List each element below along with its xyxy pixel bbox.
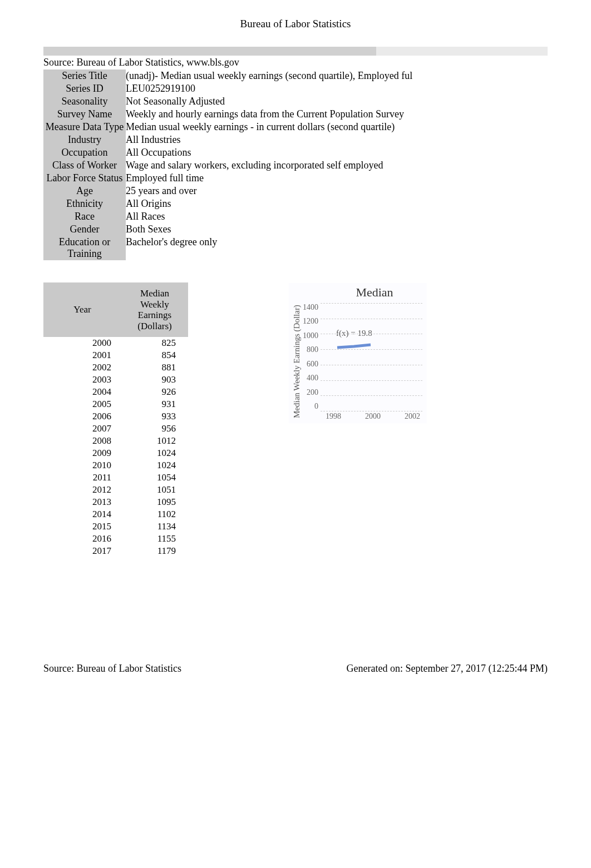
meta-label: Survey Name [43, 108, 126, 121]
data-table: Year MedianWeeklyEarnings(Dollars) 20008… [43, 282, 188, 557]
metadata-table: Series Title(unadj)- Median usual weekly… [43, 70, 412, 260]
meta-value: All Occupations [126, 146, 412, 159]
meta-value: Median usual weekly earnings - in curren… [126, 121, 412, 133]
chart-ytick: 800 [303, 345, 318, 354]
cell-year: 2007 [43, 423, 121, 435]
cell-year: 2014 [43, 508, 121, 520]
chart-ytick: 600 [303, 360, 318, 369]
cell-value: 1095 [121, 496, 188, 508]
meta-label: Occupation [43, 146, 126, 159]
cell-year: 2010 [43, 459, 121, 472]
meta-value: Weekly and hourly earnings data from the… [126, 108, 412, 121]
cell-year: 2000 [43, 337, 121, 349]
footer-source: Source: Bureau of Labor Statistics [43, 663, 181, 674]
cell-value: 825 [121, 337, 188, 349]
chart-gridline [321, 395, 422, 396]
cell-value: 1024 [121, 459, 188, 472]
cell-value: 1134 [121, 520, 188, 533]
source-line: Source: Bureau of Labor Statistics, www.… [43, 57, 591, 68]
chart-gridline [321, 334, 422, 334]
cell-value: 1102 [121, 508, 188, 520]
meta-value: All Industries [126, 133, 412, 146]
col-header-value: MedianWeeklyEarnings(Dollars) [121, 282, 188, 337]
meta-label: Race [43, 210, 126, 223]
cell-year: 2016 [43, 533, 121, 545]
cell-year: 2011 [43, 472, 121, 484]
chart-ytick: 400 [303, 374, 318, 383]
meta-value: Both Sexes [126, 223, 412, 236]
cell-value: 1179 [121, 545, 188, 557]
chart-gridline [321, 365, 422, 365]
cell-value: 933 [121, 410, 188, 423]
chart-series-line [337, 345, 371, 348]
meta-value: All Origins [126, 197, 412, 210]
chart-ytick: 1000 [303, 331, 318, 340]
meta-value: Employed full time [126, 172, 412, 185]
col-header-year: Year [43, 282, 121, 337]
cell-value: 1012 [121, 435, 188, 447]
cell-year: 2004 [43, 386, 121, 398]
table-row: 20111054 [43, 472, 188, 484]
table-row: 2003903 [43, 374, 188, 386]
cell-year: 2013 [43, 496, 121, 508]
table-row: 20151134 [43, 520, 188, 533]
cell-year: 2015 [43, 520, 121, 533]
chart-gridline [321, 411, 422, 411]
cell-value: 903 [121, 374, 188, 386]
chart-ylabel: Median Weekly Earnings (Dollar) [291, 303, 303, 420]
cell-year: 2009 [43, 447, 121, 459]
table-row: 2005931 [43, 398, 188, 410]
table-row: 2004926 [43, 386, 188, 398]
cell-year: 2005 [43, 398, 121, 410]
table-row: 20091024 [43, 447, 188, 459]
meta-label: Labor Force Status [43, 172, 126, 185]
meta-label: Seasonality [43, 95, 126, 108]
chart-gridline [321, 319, 422, 319]
cell-value: 1155 [121, 533, 188, 545]
table-row: 2006933 [43, 410, 188, 423]
cell-value: 1054 [121, 472, 188, 484]
cell-year: 2003 [43, 374, 121, 386]
cell-value: 854 [121, 349, 188, 361]
chart-ytick: 1200 [303, 317, 318, 326]
divider-bar [43, 47, 548, 56]
meta-label: Class of Worker [43, 159, 126, 172]
table-row: 20141102 [43, 508, 188, 520]
cell-year: 2006 [43, 410, 121, 423]
chart-plot-area: f(x) = 19.8 [321, 303, 425, 420]
meta-value: Not Seasonally Adjusted [126, 95, 412, 108]
meta-value: Wage and salary workers, excluding incor… [126, 159, 412, 172]
table-row: 20131095 [43, 496, 188, 508]
cell-value: 926 [121, 386, 188, 398]
chart: Median Median Weekly Earnings (Dollar) 1… [288, 282, 427, 424]
meta-value: LEU0252919100 [126, 82, 412, 95]
table-row: 20081012 [43, 435, 188, 447]
chart-ytick: 1400 [303, 303, 318, 312]
table-row: 20101024 [43, 459, 188, 472]
meta-value: Bachelor's degree only [126, 236, 412, 260]
meta-label: Measure Data Type [43, 121, 126, 133]
cell-year: 2002 [43, 361, 121, 374]
table-row: 2007956 [43, 423, 188, 435]
table-row: 2002881 [43, 361, 188, 374]
chart-yticks: 1400120010008006004002000 [303, 303, 321, 420]
meta-value: (unadj)- Median usual weekly earnings (s… [126, 70, 412, 82]
meta-label: Series ID [43, 82, 126, 95]
chart-gridline [321, 303, 422, 304]
chart-ytick: 0 [303, 402, 318, 411]
table-row: 2000825 [43, 337, 188, 349]
cell-value: 1024 [121, 447, 188, 459]
cell-value: 956 [121, 423, 188, 435]
table-row: 20121051 [43, 484, 188, 496]
meta-label: Series Title [43, 70, 126, 82]
meta-label: Ethnicity [43, 197, 126, 210]
chart-ytick: 200 [303, 388, 318, 397]
chart-gridline [321, 380, 422, 381]
cell-value: 931 [121, 398, 188, 410]
page-footer: Source: Bureau of Labor Statistics Gener… [43, 663, 548, 674]
table-row: 20161155 [43, 533, 188, 545]
chart-title: Median [324, 285, 425, 300]
footer-generated: Generated on: September 27, 2017 (12:25:… [347, 663, 548, 674]
meta-label: Age [43, 185, 126, 197]
cell-year: 2001 [43, 349, 121, 361]
